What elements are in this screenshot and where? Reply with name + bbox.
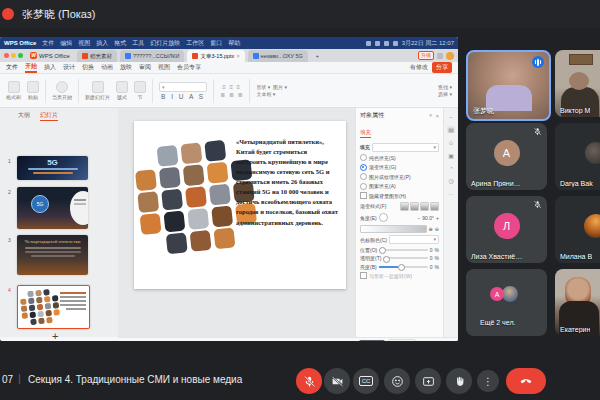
search-icon[interactable] — [384, 41, 389, 46]
angle-plus[interactable]: + — [436, 215, 439, 221]
angle-minus[interactable]: − — [417, 215, 420, 221]
participant-tile-liza[interactable]: Л Лиза Хвастиё… — [466, 196, 547, 263]
close-tab-icon[interactable]: × — [236, 53, 239, 59]
participant-tile-arina[interactable]: А Арина Пряни… — [466, 123, 547, 190]
history-icon[interactable]: ◷ — [448, 177, 453, 184]
minimize-window-icon[interactable] — [11, 53, 16, 58]
ribbon-tab-animation[interactable]: 动画 — [101, 63, 113, 72]
account-avatar[interactable] — [446, 52, 454, 60]
close-window-icon[interactable] — [4, 53, 9, 58]
mac-menu-insert[interactable]: 插入 — [96, 39, 108, 48]
present-button[interactable] — [415, 368, 441, 394]
mic-mute-button[interactable] — [296, 368, 322, 394]
captions-button[interactable]: CC — [353, 368, 379, 394]
rotate-with-shape[interactable]: 与形状一起旋转(W) — [360, 272, 439, 279]
stop-color-dropdown[interactable]: ▾ — [389, 235, 439, 244]
position-slider[interactable] — [379, 249, 428, 251]
close-panel-icon[interactable]: × — [435, 113, 439, 119]
slide-thumbnail-2[interactable]: 5G — [17, 187, 88, 229]
mac-menu-file[interactable]: 文件 — [42, 39, 54, 48]
participant-tile-ekaterina[interactable]: Екатерин — [555, 269, 600, 336]
mac-menu-view[interactable]: 视图 — [78, 39, 90, 48]
remove-stop-icon[interactable]: ⊖ — [435, 226, 439, 232]
wifi-icon[interactable] — [375, 41, 380, 46]
mac-menu-slideshow[interactable]: 幻灯片放映 — [150, 39, 180, 48]
notes-bar[interactable]: 单击此处添加备注 — [118, 337, 355, 341]
fill-preset-dropdown[interactable]: ▾ — [372, 143, 439, 152]
transparency-slider[interactable] — [383, 257, 427, 259]
window-controls[interactable] — [4, 49, 23, 62]
new-tab-button[interactable]: + — [311, 50, 324, 62]
new-slide-button[interactable]: 新建幻灯片 — [85, 81, 110, 100]
apply-all-button[interactable]: 全部应用 — [359, 340, 385, 342]
more-options-button[interactable]: ⋮ — [477, 370, 499, 392]
shapes-button[interactable]: 形状 ▾ 图片 ▾ — [256, 84, 287, 90]
gradient-stops-bar[interactable] — [360, 225, 427, 233]
ribbon-tab-design[interactable]: 设计 — [63, 63, 75, 72]
add-stop-icon[interactable]: ⊕ — [429, 226, 433, 232]
select-button[interactable]: 选择 ▾ — [438, 91, 452, 97]
battery-icon[interactable] — [393, 41, 398, 46]
animation-icon[interactable]: ▣ — [448, 152, 454, 159]
reactions-button[interactable] — [384, 368, 410, 394]
ribbon-tab-insert[interactable]: 插入 — [44, 63, 56, 72]
maximize-window-icon[interactable] — [18, 53, 23, 58]
doc-tab-3[interactable]: незави...ОХУ 5G — [248, 50, 308, 62]
format-painter-button[interactable]: 格式刷 — [6, 81, 21, 100]
play-from-slide-button[interactable]: 当页开始 — [52, 81, 72, 100]
shared-screen[interactable]: WPS Office 文件 编辑 视图 插入 格式 工具 幻灯片放映 工作区 窗… — [0, 37, 458, 341]
mac-app-menu[interactable]: WPS Office — [4, 40, 36, 46]
camera-button[interactable] — [324, 368, 350, 394]
ribbon-tab-slideshow[interactable]: 放映 — [120, 63, 132, 72]
brightness-slider[interactable] — [379, 266, 428, 268]
fill-tab[interactable]: 填充 — [360, 129, 371, 138]
layout-button[interactable]: 版式 — [116, 81, 128, 100]
participant-tile-viktor[interactable]: Виктор М — [555, 50, 600, 117]
mac-menu-help[interactable]: 帮助 — [228, 39, 240, 48]
ribbon-tab-view[interactable]: 视图 — [158, 63, 170, 72]
mac-menu-workspace[interactable]: 工作区 — [186, 39, 204, 48]
gradient-style-options[interactable] — [400, 202, 439, 211]
section-button[interactable]: 节 — [134, 81, 146, 100]
slide-thumbnail-3[interactable]: Четырнадцатой пятилетки — [17, 235, 88, 275]
slide-thumbnail-4-selected[interactable] — [17, 285, 90, 329]
option-gradient-fill[interactable]: 渐变填充(G) — [360, 164, 439, 171]
paste-button[interactable]: 粘贴 — [27, 81, 39, 100]
participant-tile-milana[interactable]: Милана В — [555, 196, 600, 263]
option-hide-background[interactable]: 隐藏背景图形(H) — [360, 192, 439, 199]
mac-menu-edit[interactable]: 编辑 — [60, 39, 72, 48]
ribbon-tab-transition[interactable]: 切换 — [82, 63, 94, 72]
mac-menu-tools[interactable]: 工具 — [132, 39, 144, 48]
wps-home-tab[interactable]: W WPS Office — [26, 49, 74, 62]
mac-menu-format[interactable]: 格式 — [114, 39, 126, 48]
tab-slides[interactable]: 幻灯片 — [40, 111, 58, 121]
slide-thumbnail-1[interactable]: 5G — [17, 156, 88, 180]
add-slide-button[interactable]: + — [52, 330, 58, 341]
slide-canvas[interactable]: «Четырнадцатой пятилетки», Китай будет с… — [118, 108, 355, 337]
slide-body-text[interactable]: «Четырнадцатой пятилетки», Китай будет с… — [236, 137, 338, 228]
collapse-icon[interactable]: − — [449, 114, 453, 120]
reset-background-button[interactable]: 重置背景 — [388, 339, 416, 342]
mac-menu-window[interactable]: 窗口 — [210, 39, 222, 48]
ribbon-tab-member[interactable]: 会员专享 — [177, 63, 201, 72]
option-solid-fill[interactable]: 纯色填充(S) — [360, 154, 439, 161]
option-pattern-fill[interactable]: 图案填充(A) — [360, 183, 439, 190]
doc-tab-2-active[interactable]: 文章3-15.pptx × — [187, 50, 244, 62]
find-button[interactable]: 查找 ▾ — [438, 84, 452, 90]
mac-clock[interactable]: 3月22日 周二 12:07 — [402, 39, 454, 48]
current-slide[interactable]: «Четырнадцатой пятилетки», Китай будет с… — [134, 121, 346, 289]
properties-icon[interactable]: ▤ — [447, 126, 455, 133]
textbox-button[interactable]: 文本框 ▾ — [256, 91, 275, 97]
ribbon-tab-home[interactable]: 开始 — [25, 62, 37, 73]
ribbon-tab-review[interactable]: 审阅 — [139, 63, 151, 72]
wps-share-button[interactable]: 分享 — [432, 62, 452, 73]
end-call-button[interactable] — [506, 368, 546, 394]
menubar-status-icon[interactable] — [366, 41, 371, 46]
comment-icon[interactable]: ◔ — [449, 165, 453, 171]
doc-tab-1[interactable]: ??????...ССЫЛКИ — [120, 50, 185, 62]
split-view-icon[interactable] — [437, 53, 443, 59]
option-picture-fill[interactable]: 图片或纹理填充(P) — [360, 173, 439, 180]
file-menu-button[interactable]: 文件 — [6, 63, 18, 72]
bold-italic-underline-buttons[interactable]: B I U A S — [161, 93, 205, 100]
participant-tile-others[interactable]: А Ещё 2 чел. — [466, 269, 547, 336]
